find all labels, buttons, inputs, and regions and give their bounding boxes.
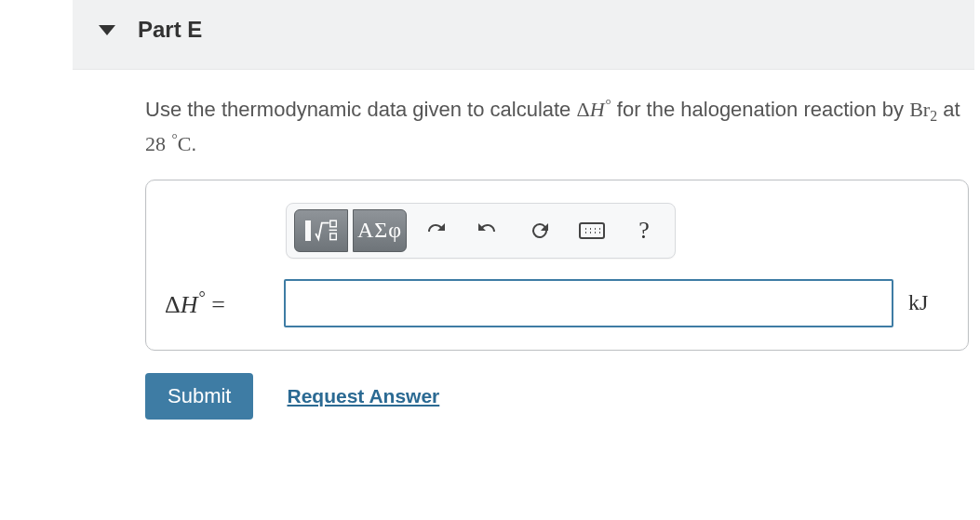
answer-box: ΑΣφ ? ΔH° = bbox=[145, 180, 969, 351]
answer-input-row: ΔH° = kJ bbox=[165, 279, 949, 327]
undo-icon bbox=[424, 220, 447, 242]
question-content: Use the thermodynamic data given to calc… bbox=[145, 70, 969, 440]
unit-label: kJ bbox=[908, 290, 949, 315]
sqrt-fraction-icon bbox=[315, 220, 337, 242]
help-button[interactable]: ? bbox=[621, 209, 667, 252]
keyboard-button[interactable] bbox=[569, 209, 615, 252]
question-prompt: Use the thermodynamic data given to calc… bbox=[145, 94, 969, 159]
delta-h-symbol: ΔH° bbox=[576, 98, 611, 121]
greek-symbols-button[interactable]: ΑΣφ bbox=[353, 209, 407, 252]
temperature: 28 °C bbox=[145, 132, 191, 155]
redo-icon bbox=[477, 220, 499, 242]
prompt-tail: . bbox=[191, 132, 196, 155]
part-title: Part E bbox=[138, 17, 202, 43]
delta-symbol: Δ bbox=[576, 98, 589, 121]
math-templates-button[interactable] bbox=[294, 209, 348, 252]
greek-symbols-label: ΑΣφ bbox=[357, 218, 402, 243]
temp-value: 28 bbox=[145, 132, 166, 155]
reagent-subscript: 2 bbox=[930, 109, 937, 125]
redo-button[interactable] bbox=[464, 209, 511, 252]
variable-label: ΔH° = bbox=[165, 288, 269, 319]
request-answer-link[interactable]: Request Answer bbox=[287, 385, 439, 407]
label-delta: Δ bbox=[165, 290, 181, 317]
svg-rect-2 bbox=[330, 233, 337, 240]
prompt-lead: Use the thermodynamic data given to calc… bbox=[145, 98, 576, 121]
undo-button[interactable] bbox=[412, 209, 459, 252]
temp-unit: C bbox=[178, 132, 192, 155]
reagent: Br2 bbox=[909, 98, 937, 121]
label-degree: ° bbox=[199, 288, 206, 307]
caret-down-icon bbox=[99, 25, 115, 35]
at-word: at bbox=[937, 98, 960, 121]
label-equals: = bbox=[206, 290, 225, 317]
part-header[interactable]: Part E bbox=[73, 0, 974, 70]
h-variable: H bbox=[590, 98, 605, 121]
equation-toolbar: ΑΣφ ? bbox=[286, 203, 676, 259]
label-h: H bbox=[181, 290, 198, 317]
svg-rect-0 bbox=[330, 220, 337, 227]
prompt-mid: for the halogenation reaction by bbox=[611, 98, 909, 121]
help-label: ? bbox=[638, 217, 650, 245]
reagent-base: Br bbox=[909, 98, 930, 121]
submit-button[interactable]: Submit bbox=[145, 373, 253, 420]
answer-input[interactable] bbox=[284, 279, 893, 327]
keyboard-icon bbox=[579, 222, 605, 239]
reset-button[interactable] bbox=[517, 209, 563, 252]
reset-icon bbox=[529, 220, 551, 242]
actions-row: Submit Request Answer bbox=[145, 373, 969, 420]
math-templates-icon bbox=[305, 220, 337, 242]
